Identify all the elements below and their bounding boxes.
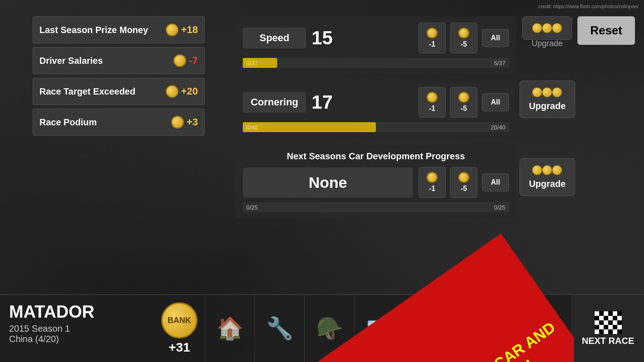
- svg-rect-23: [613, 325, 617, 329]
- team-race: China (4/20): [9, 334, 145, 344]
- messages-badge-container: ✉️ 9: [366, 316, 393, 341]
- dev-minus5-button[interactable]: -5: [450, 167, 477, 198]
- finance-value-prize: +18: [166, 24, 198, 36]
- bank-label: BANK: [168, 316, 191, 325]
- cornering-upgrade-button[interactable]: Upgrade: [519, 81, 575, 118]
- svg-rect-30: [617, 329, 622, 334]
- coin-speed-3: [552, 23, 562, 33]
- svg-rect-12: [617, 316, 622, 320]
- coin-speed-1: [532, 23, 542, 33]
- svg-rect-21: [604, 325, 608, 329]
- team-name: MATADOR: [9, 302, 145, 322]
- coin-corn-2: [542, 87, 552, 97]
- dev-progress-bar: 0/25 0/25: [243, 202, 509, 212]
- svg-rect-7: [595, 316, 599, 320]
- dev-buttons: -1 -5 All: [418, 167, 509, 198]
- helmet-nav-button[interactable]: 🪖: [304, 295, 354, 362]
- svg-rect-5: [613, 311, 617, 316]
- speed-all-button[interactable]: All: [482, 29, 509, 47]
- cornering-buttons: -1 -5 All: [418, 87, 509, 118]
- development-row: None -1 -5 All: [243, 167, 509, 198]
- coin-icon-prize: [166, 24, 178, 36]
- messages-badge-count: 9: [386, 312, 397, 323]
- home-icon: 🏠: [216, 316, 244, 341]
- upgrade-coins-cornering: [532, 87, 562, 97]
- speed-buttons: -1 -5 All: [418, 23, 509, 53]
- dev-upgrade-button[interactable]: Upgrade: [519, 158, 575, 196]
- speed-minus5-button[interactable]: -5: [450, 23, 477, 53]
- speed-coin-1: [427, 28, 437, 38]
- speed-section: Speed 15 -1 -5 All: [235, 16, 516, 74]
- svg-rect-4: [608, 311, 613, 316]
- finance-value-podium: +3: [171, 116, 198, 129]
- speed-row: Speed 15 -1 -5 All: [243, 23, 509, 53]
- cornering-minus5-button[interactable]: -5: [450, 87, 477, 118]
- cornering-progress-fill: [243, 122, 376, 132]
- svg-rect-9: [604, 316, 608, 320]
- center-panel: Speed 15 -1 -5 All: [235, 16, 516, 219]
- svg-rect-6: [617, 311, 622, 316]
- cornering-progress-left: 0/40: [246, 124, 258, 131]
- cornering-label: Cornering: [243, 92, 306, 113]
- next-race-label: NEXT RACE: [582, 336, 634, 346]
- upgrade-coins-speed: [532, 23, 562, 33]
- dev-progress-right: 0/25: [494, 204, 505, 211]
- bottom-bar: MATADOR 2015 Season 1 China (4/20) BANK …: [0, 294, 644, 362]
- helmet-icon: 🪖: [316, 316, 343, 341]
- speed-minus1-label: -1: [429, 40, 435, 48]
- finance-amount-podium: +3: [187, 116, 198, 128]
- finance-item-target: Race Target Exceeded +20: [33, 78, 205, 105]
- finance-label-target: Race Target Exceeded: [39, 86, 166, 97]
- dev-minus1-label: -1: [429, 185, 435, 193]
- dev-all-button[interactable]: All: [482, 173, 509, 191]
- svg-rect-20: [599, 325, 604, 329]
- speed-coin-5: [458, 28, 469, 38]
- speed-upgrade-button[interactable]: [522, 16, 572, 40]
- speed-progress-bar: 0/37 5/37: [243, 58, 509, 68]
- team-season: 2015 Season 1: [9, 324, 145, 334]
- dev-coin-5: [458, 172, 469, 183]
- svg-rect-16: [608, 320, 613, 325]
- dev-minus1-button[interactable]: -1: [418, 167, 446, 198]
- messages-nav-button[interactable]: ✉️ 9: [354, 295, 404, 362]
- bank-circle-icon: BANK: [161, 302, 197, 338]
- finance-panel: Last Season Prize Money +18 Driver Salar…: [33, 16, 205, 136]
- coin-icon-target: [166, 85, 178, 98]
- cornering-all-button[interactable]: All: [482, 93, 509, 111]
- coin-corn-1: [532, 87, 542, 97]
- speed-minus1-button[interactable]: -1: [418, 23, 446, 53]
- dev-upgrade-label: Upgrade: [529, 179, 566, 189]
- svg-rect-29: [613, 329, 617, 334]
- finance-value-salaries: -7: [173, 54, 198, 67]
- svg-rect-11: [613, 316, 617, 320]
- coin-speed-2: [542, 23, 552, 33]
- next-race-button[interactable]: NEXT RACE: [572, 295, 644, 362]
- finance-label-salaries: Driver Salaries: [39, 56, 173, 66]
- cornering-progress-bar: 0/40 20/40: [243, 122, 509, 132]
- speed-all-label: All: [491, 34, 500, 42]
- svg-rect-10: [608, 316, 613, 320]
- speed-minus5-label: -5: [461, 40, 467, 48]
- speed-progress-left: 0/37: [246, 60, 258, 67]
- svg-rect-25: [595, 329, 599, 334]
- tools-nav-button[interactable]: 🔧: [255, 295, 304, 362]
- finance-item-prize: Last Season Prize Money +18: [33, 16, 205, 43]
- home-nav-button[interactable]: 🏠: [205, 295, 255, 362]
- corn-coin-1: [427, 92, 437, 103]
- wrench-icon: 🔧: [266, 316, 293, 341]
- coin-dev-1: [532, 165, 542, 175]
- reset-button[interactable]: Reset: [577, 16, 635, 45]
- cornering-progress-right: 20/40: [490, 124, 505, 131]
- bank-button[interactable]: BANK +31: [154, 295, 205, 362]
- cornering-minus1-button[interactable]: -1: [418, 87, 446, 118]
- dev-all-label: All: [491, 178, 500, 186]
- coin-dev-3: [552, 165, 562, 175]
- bank-value: +31: [168, 340, 190, 355]
- speed-progress-right: 5/37: [494, 60, 505, 67]
- finance-value-target: +20: [166, 85, 198, 98]
- speed-upgrade-label: Upgrade: [532, 39, 563, 48]
- cornering-minus5-label: -5: [461, 105, 467, 113]
- credit-text: credit: https://www.flickr.com/photos/co…: [538, 4, 639, 9]
- cornering-row: Cornering 17 -1 -5 All: [243, 87, 509, 118]
- svg-rect-19: [595, 325, 599, 329]
